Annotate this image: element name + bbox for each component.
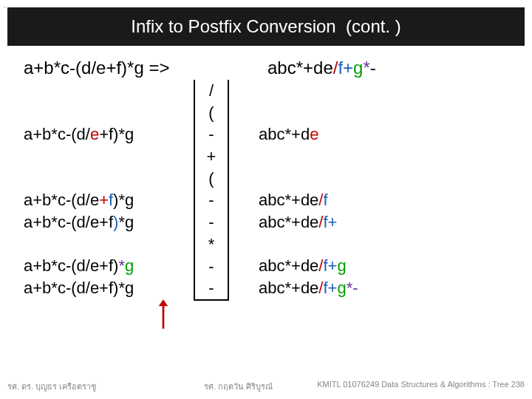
stack-cell: * xyxy=(194,233,229,256)
footer-left: รศ. ดร. บุญธร เครือตราชู xyxy=(7,380,96,393)
expr-cell: a+b*c-(d/e+f)*g xyxy=(24,279,194,298)
header-result: abc*+de/f+g*- xyxy=(267,58,376,78)
expr-cell: a+b*c-(d/e+f)*g xyxy=(24,125,194,144)
output-cell: abc*+de/f+ xyxy=(229,213,508,232)
slide: – Infix to Postfix Conversion (cont. ) a… xyxy=(0,0,532,399)
stack-cell: + xyxy=(194,146,229,168)
output-cell: abc*+de/f+g*- xyxy=(229,279,508,298)
stack-cell: - xyxy=(194,189,229,211)
output-cell: abc*+de xyxy=(229,125,508,144)
stack-cell: - xyxy=(194,256,229,278)
output-cell: abc*+de/f xyxy=(229,191,508,210)
stack-cell: ( xyxy=(194,168,229,190)
output-cell: abc*+de/f+g xyxy=(229,256,508,276)
stack-cell: - xyxy=(194,123,229,146)
header-row: a+b*c-(d/e+f)*g => abc*+de/f+g*- xyxy=(24,58,508,78)
stack-cell: - xyxy=(194,211,229,233)
title-text: Infix to Postfix Conversion (cont. ) xyxy=(131,16,400,37)
conversion-table: /(a+b*c-(d/e+f)*g-abc*+de+(a+b*c-(d/e+f)… xyxy=(24,80,508,299)
expr-cell: a+b*c-(d/e+f)*g xyxy=(24,256,194,276)
stack-cell: / xyxy=(194,80,229,102)
header-expr: a+b*c-(d/e+f)*g => xyxy=(24,58,216,78)
content-area: a+b*c-(d/e+f)*g => abc*+de/f+g*- /(a+b*c… xyxy=(24,58,508,369)
title-bar: Infix to Postfix Conversion (cont. ) xyxy=(7,7,525,46)
svg-marker-1 xyxy=(159,299,168,306)
footer-right: KMITL 01076249 Data Structures & Algorit… xyxy=(317,380,525,393)
stack-cell: - xyxy=(194,277,229,299)
expr-cell: a+b*c-(d/e+f)*g xyxy=(24,191,194,210)
stack-cell: ( xyxy=(194,102,229,124)
tiny-corner: – xyxy=(3,3,6,10)
expr-cell: a+b*c-(d/e+f)*g xyxy=(24,213,194,232)
footer-mid: รศ. กฤตวัน ศิริบูรณ์ xyxy=(204,380,273,393)
up-arrow-icon xyxy=(157,299,170,330)
footer: รศ. ดร. บุญธร เครือตราชู รศ. กฤตวัน ศิริ… xyxy=(7,380,525,393)
